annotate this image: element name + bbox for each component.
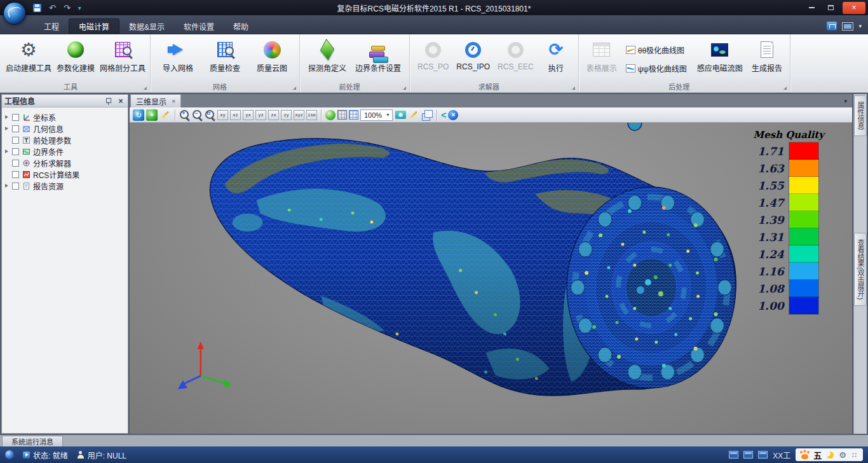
induced-em-current-button[interactable]: 感应电磁流图 xyxy=(692,36,748,82)
expander-icon[interactable] xyxy=(3,127,10,130)
probe-angle-define-button[interactable]: 探测角定义 xyxy=(304,36,351,82)
axis-view-button[interactable]: iso xyxy=(306,110,317,120)
window-layout-icon[interactable] xyxy=(743,451,753,459)
dialog-launcher-icon[interactable] xyxy=(572,86,575,90)
axis-view-button[interactable]: yx xyxy=(243,110,254,120)
dialog-launcher-icon[interactable] xyxy=(783,86,787,90)
pan-view-icon[interactable]: + xyxy=(146,109,158,121)
layers-icon[interactable] xyxy=(421,109,433,121)
measure-pencil-icon[interactable] xyxy=(159,109,171,121)
zoom-in-icon[interactable]: + xyxy=(179,109,190,120)
tree-item-rcs-results[interactable]: RCS计算结果 xyxy=(3,169,128,180)
checkbox[interactable] xyxy=(12,125,19,132)
parametric-modeling-button[interactable]: 参数化建模 xyxy=(52,36,99,82)
mesh-partition-tool-button[interactable]: 网格剖分工具 xyxy=(99,36,146,82)
style-dropdown-icon[interactable]: ▾ xyxy=(858,23,862,29)
share-icon[interactable]: < xyxy=(441,111,446,120)
parameter-icon xyxy=(22,135,31,144)
expander-icon[interactable] xyxy=(3,115,10,119)
undo-icon[interactable]: ↶ xyxy=(49,4,56,12)
ribbon: ⚙ 启动建模工具 参数化建模 网格剖分工具 工具 导入网格 质量检查 质量云图 … xyxy=(0,34,868,93)
maximize-button[interactable] xyxy=(821,0,840,15)
checkbox[interactable] xyxy=(12,148,19,155)
axis-view-button[interactable]: xyz xyxy=(294,110,304,120)
display-style-icon[interactable] xyxy=(842,22,853,31)
panel-close-icon[interactable]: × xyxy=(116,97,125,106)
psi-polarization-curve-button[interactable]: ψψ极化曲线图 xyxy=(623,62,689,75)
expander-icon[interactable] xyxy=(3,184,10,188)
window-layout-icon[interactable] xyxy=(758,451,768,459)
capture-icon[interactable] xyxy=(395,109,406,121)
tab-view-results[interactable]: 查看结果(双击展开) xyxy=(854,233,867,306)
zoom-level-select[interactable]: 100% ▾ xyxy=(360,109,393,121)
annotate-pen-icon[interactable] xyxy=(408,109,419,121)
launch-modeling-tool-button[interactable]: ⚙ 启动建模工具 xyxy=(5,36,52,82)
rcs-ipo-button[interactable]: RCS_IPO xyxy=(452,36,494,82)
tree-item-analysis-solver[interactable]: 分析求解器 xyxy=(3,157,128,169)
checkbox[interactable] xyxy=(12,160,19,167)
dialog-launcher-icon[interactable] xyxy=(144,86,147,90)
group-label-preprocess: 前处理 xyxy=(300,83,399,92)
menu-tab-em-compute[interactable]: 电磁计算 xyxy=(69,18,119,34)
ime-toolbar[interactable]: 五 ⚙ xyxy=(796,448,863,461)
viewport-3d[interactable]: Mesh Quality 1.71 1.63 1.55 1.47 xyxy=(130,123,852,434)
quality-cloud-button[interactable]: 质量云图 xyxy=(248,36,295,82)
minimize-button[interactable] xyxy=(802,0,821,15)
grid-view-icon[interactable] xyxy=(349,110,358,120)
project-tree: 坐标系 几何信息 前处理参数 xyxy=(2,107,128,191)
tab-property-info[interactable]: 属性信息 xyxy=(854,95,867,136)
tree-item-coordinate-system[interactable]: 坐标系 xyxy=(3,111,128,123)
menu-tab-help[interactable]: 帮助 xyxy=(224,18,258,34)
shaded-view-icon[interactable] xyxy=(325,110,336,120)
checkbox[interactable] xyxy=(12,137,19,144)
close-button[interactable]: × xyxy=(843,2,865,14)
import-mesh-button[interactable]: 导入网格 xyxy=(154,36,201,82)
axis-view-button[interactable]: xz xyxy=(230,110,241,120)
theta-polarization-curve-button[interactable]: θθ极化曲线图 xyxy=(623,43,689,57)
checkbox[interactable] xyxy=(12,171,19,178)
tab-overflow-dropdown-icon[interactable]: ▾ xyxy=(844,98,847,104)
menu-tab-project[interactable]: 工程 xyxy=(34,18,69,34)
menu-tab-data-display[interactable]: 数据&显示 xyxy=(119,18,174,34)
moon-icon[interactable] xyxy=(827,452,834,459)
redo-icon[interactable]: ↷ xyxy=(64,4,71,12)
tree-item-report-resources[interactable]: 报告资源 xyxy=(3,180,128,191)
tree-item-boundary-conditions[interactable]: 边界条件 xyxy=(3,146,128,157)
legend-swatch xyxy=(789,194,818,211)
execute-button[interactable]: ⟳ 执行 xyxy=(538,36,574,82)
qat-customize-dropdown-icon[interactable]: ▾ xyxy=(78,4,81,11)
expander-icon[interactable] xyxy=(3,149,10,153)
dialog-launcher-icon[interactable] xyxy=(403,86,406,90)
window-layout-icon[interactable] xyxy=(729,451,738,459)
zoom-out-icon[interactable]: − xyxy=(192,109,203,120)
axis-view-button[interactable]: zy xyxy=(281,110,292,120)
ime-grid-handle-icon[interactable] xyxy=(851,452,857,458)
boundary-condition-settings-button[interactable]: 边界条件设置 xyxy=(351,36,405,82)
wireframe-view-icon[interactable] xyxy=(337,110,347,120)
quality-check-button[interactable]: 质量检查 xyxy=(201,36,248,82)
save-icon[interactable] xyxy=(33,4,41,12)
zoom-window-icon[interactable] xyxy=(205,109,215,120)
checkbox[interactable] xyxy=(12,114,19,121)
tree-item-geometry-info[interactable]: 几何信息 xyxy=(3,123,128,134)
tab-system-messages[interactable]: 系统运行消息 xyxy=(2,436,63,446)
tab-close-icon[interactable]: × xyxy=(172,97,175,105)
orbit-rotate-icon[interactable]: ↻ xyxy=(133,109,144,121)
axis-view-button[interactable]: yz xyxy=(255,110,266,120)
menu-tab-software-settings[interactable]: 软件设置 xyxy=(174,18,224,34)
pin-icon[interactable] xyxy=(105,97,111,105)
ime-settings-gear-icon[interactable]: ⚙ xyxy=(839,451,846,459)
tab-3d-display[interactable]: 三维显示 × xyxy=(130,94,181,107)
dialog-launcher-icon[interactable] xyxy=(293,86,296,90)
axis-view-button[interactable]: zx xyxy=(268,110,279,120)
checkbox[interactable] xyxy=(12,183,19,190)
expander-icon xyxy=(3,172,10,176)
app-logo-icon[interactable] xyxy=(3,2,26,25)
ribbon-collapse-icon[interactable] xyxy=(827,22,837,31)
ime-mode-label[interactable]: 五 xyxy=(813,449,822,461)
ime-logo-paw-icon[interactable] xyxy=(801,454,808,459)
generate-report-button[interactable]: 生成报告 xyxy=(748,36,786,82)
close-view-icon[interactable]: × xyxy=(448,110,458,120)
axis-view-button[interactable]: xy xyxy=(217,110,228,120)
tree-item-preprocess-params[interactable]: 前处理参数 xyxy=(3,134,128,146)
